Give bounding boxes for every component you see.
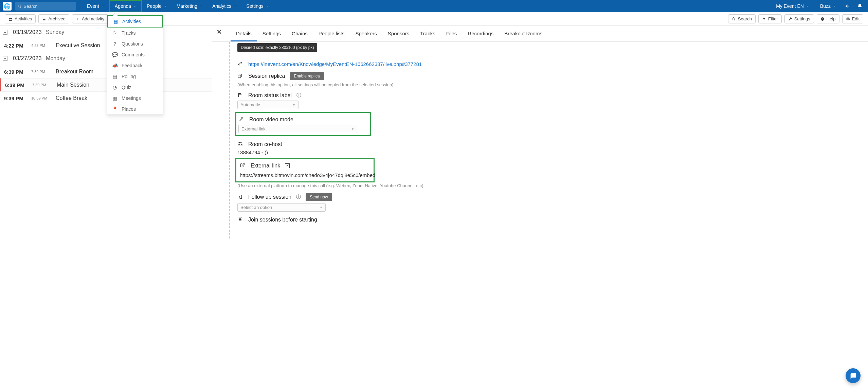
chevron-down-icon [199,4,203,8]
settings-button[interactable]: Settings [784,14,814,23]
pin-icon: 📍 [112,106,117,112]
activity-row[interactable]: 4:22 PM4:23 PMExecutive Session [0,39,212,52]
calendar-icon [8,17,13,21]
date-group-header[interactable]: −03/19/2023Sunday [0,26,212,39]
nav-analytics[interactable]: Analytics [207,0,241,12]
search-icon [18,4,22,8]
activity-row[interactable]: 6:39 PM7:39 PMMain Session [0,78,212,91]
video-mode-select[interactable]: External link▼ [238,125,357,133]
dropdown-meetings[interactable]: ▦Meetings [107,93,163,104]
help-button[interactable]: Help [817,14,839,23]
dropdown-activities[interactable]: ▦Activities [108,16,162,27]
video-mode-box: Room video mode External link▼ [235,112,371,136]
checkbox-icon[interactable]: ✓ [285,163,290,168]
info-icon[interactable]: ⓘ [296,92,301,99]
right-nav: My Event EN Buzz [771,0,865,12]
session-replica-label: Session replica [248,73,285,79]
copy-icon [237,73,243,79]
video-mode-label: Room video mode [249,117,293,123]
external-link-value[interactable]: https://streams.bitmovin.com/chedo3v4jo4… [240,172,370,178]
tab-details[interactable]: Details [231,26,257,41]
activity-row[interactable]: 9:39 PM10:39 PMCoffee Break [0,91,212,105]
room-status-row: Room status label ⓘ [237,92,868,99]
collapse-icon[interactable]: − [3,56,7,61]
room-status-select[interactable]: Automatic▼ [237,101,299,109]
join-before-label: Join sessions before starting [248,217,317,223]
dropdown-comments[interactable]: 💬Comments [107,49,163,60]
tab-tracks[interactable]: Tracks [415,26,440,41]
flag-icon [237,92,243,99]
enable-replica-button[interactable]: Enable replica [290,72,324,80]
plus-icon [76,17,80,21]
search-icon [732,17,736,21]
detail-body: Desired size: exactly 280x160 (px by px)… [212,42,868,238]
wand-icon [238,116,245,123]
join-before-row: Join sessions before starting [237,216,868,223]
bell-icon[interactable] [854,0,865,12]
tab-chains[interactable]: Chains [286,26,313,41]
nav-event[interactable]: Event [82,0,109,12]
chat-fab[interactable] [846,368,861,383]
event-switcher[interactable]: My Event EN [771,0,814,12]
cohost-value: 13884794 - () [237,149,868,155]
tab-sponsors[interactable]: Sponsors [382,26,415,41]
nav-people[interactable]: People [142,0,172,12]
add-activity-button[interactable]: Add activity [72,14,108,23]
nav-settings[interactable]: Settings [241,0,274,12]
external-link-label: External link [251,163,280,169]
archive-icon [42,17,46,21]
dropdown-questions[interactable]: ?Questions [107,38,163,49]
followup-label: Follow up session [248,194,291,200]
date-group-header[interactable]: −03/27/2023Monday [0,52,212,65]
signout-icon [237,194,243,200]
chevron-up-icon [133,4,137,8]
replica-help: (When enabling this option, all settings… [237,82,868,87]
dropdown-feedback[interactable]: 📣Feedback [107,60,163,71]
tab-people-lists[interactable]: People lists [313,26,350,41]
info-icon[interactable]: ⓘ [296,194,301,200]
announce-icon[interactable] [842,0,853,12]
nav-agenda[interactable]: Agenda [109,0,142,12]
search-button[interactable]: Search [728,14,756,23]
tab-recordings[interactable]: Recordings [462,26,499,41]
send-now-button[interactable]: Send now [306,193,332,201]
gear-icon [846,17,850,21]
chevron-down-icon [806,4,809,8]
followup-select[interactable]: Select an option▼ [237,203,326,212]
filter-icon [762,17,766,21]
global-search-input[interactable] [24,4,73,9]
archived-button[interactable]: Archived [38,14,69,23]
close-icon[interactable]: ✕ [215,28,223,36]
external-link-help: (Use an external platform to manage this… [237,183,868,188]
logo[interactable]: 🌐 [3,2,12,11]
dropdown-quiz[interactable]: ◔Quiz [107,82,163,93]
user-menu[interactable]: Buzz [815,0,841,12]
live-url-link[interactable]: https://inevent.com/en/Knowledge/MyEvent… [248,61,422,67]
hourglass-icon [237,216,243,223]
bullhorn-icon: 📣 [112,63,117,68]
chat-icon [849,372,857,379]
dropdown-tracks[interactable]: ⚐Tracks [107,28,163,38]
live-url-row: https://inevent.com/en/Knowledge/MyEvent… [237,61,868,67]
question-icon: ? [112,41,117,47]
nav-marketing[interactable]: Marketing [172,0,207,12]
external-link-icon [240,162,246,169]
tab-breakout-rooms[interactable]: Breakout Rooms [499,26,548,41]
collapse-icon[interactable]: − [3,30,7,35]
detail-panel: ✕ DetailsSettingsChainsPeople listsSpeak… [212,26,868,390]
tab-speakers[interactable]: Speakers [350,26,382,41]
filter-button[interactable]: Filter [758,14,782,23]
external-link-box: External link ✓ https://streams.bitmovin… [235,158,375,182]
global-search[interactable] [15,2,76,11]
dropdown-polling[interactable]: ▤Polling [107,71,163,82]
tab-files[interactable]: Files [441,26,463,41]
chart-icon: ▤ [112,74,117,79]
top-navbar: 🌐 EventAgendaPeopleMarketingAnalyticsSet… [0,0,868,12]
main-nav: EventAgendaPeopleMarketingAnalyticsSetti… [82,0,274,12]
tab-settings[interactable]: Settings [257,26,286,41]
activities-button[interactable]: Activities [5,14,36,23]
edit-button[interactable]: Edit [842,14,863,23]
dropdown-places[interactable]: 📍Places [107,104,163,114]
activity-row[interactable]: 6:39 PM7:39 PMBreakout Room [0,65,212,78]
comment-icon: 💬 [112,52,117,57]
